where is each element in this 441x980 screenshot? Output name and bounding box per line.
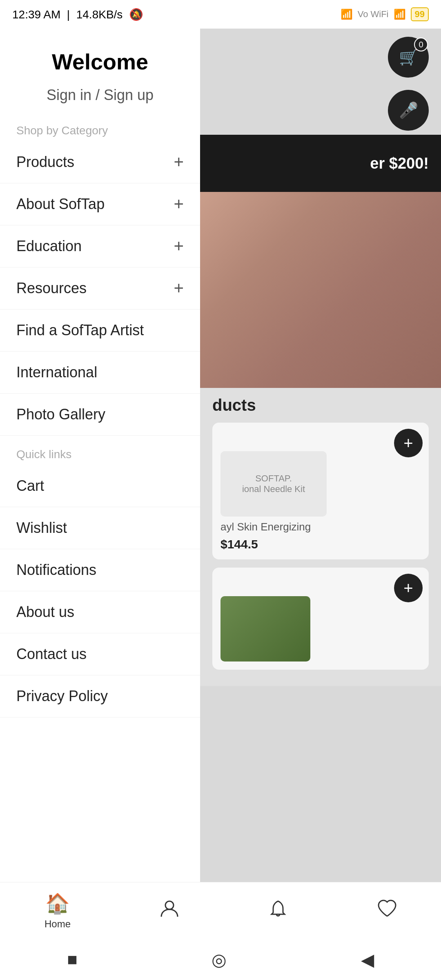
promo-text: er $200! <box>370 155 429 172</box>
product-description-1: ayl Skin Energizing <box>220 521 421 533</box>
heart-icon <box>377 899 396 923</box>
menu-label-resources: Resources <box>16 280 87 297</box>
drawer-title: Welcome <box>16 49 184 74</box>
status-icons: 📶 Vo WiFi 📶 99 <box>341 7 429 21</box>
android-back-button[interactable]: ◀ <box>361 950 374 970</box>
product-hero-image <box>200 192 441 388</box>
products-section: ducts + SOFTAP.ional Needle Kit ayl Skin… <box>200 388 441 686</box>
battery-icon: 99 <box>411 7 429 21</box>
menu-item-wishlist[interactable]: Wishlist <box>0 507 200 549</box>
menu-item-photo-gallery[interactable]: Photo Gallery <box>0 394 200 436</box>
menu-label-cart: Cart <box>16 477 44 494</box>
shop-by-category-label: Shop by Category <box>0 112 200 141</box>
drawer-signin[interactable]: Sign in / Sign up <box>16 87 184 104</box>
menu-item-notifications[interactable]: Notifications <box>0 549 200 591</box>
menu-label-privacy-policy: Privacy Policy <box>16 688 108 704</box>
signal-icon: 📶 <box>341 9 353 20</box>
quick-links-label: Quick links <box>0 436 200 465</box>
product-image-1: SOFTAP.ional Needle Kit <box>220 451 327 517</box>
bottom-navigation: 🏠 Home <box>0 882 441 939</box>
menu-label-international: International <box>16 364 97 381</box>
menu-item-contact-us[interactable]: Contact us <box>0 633 200 675</box>
nav-item-notifications[interactable] <box>268 899 288 923</box>
menu-item-cart[interactable]: Cart <box>0 465 200 507</box>
menu-label-products: Products <box>16 154 74 171</box>
home-icon: 🏠 <box>45 892 70 915</box>
menu-item-products[interactable]: Products + <box>0 141 200 183</box>
menu-label-wishlist: Wishlist <box>16 519 67 536</box>
menu-item-about-us[interactable]: About us <box>0 591 200 633</box>
drawer-header: Welcome Sign in / Sign up <box>0 29 200 112</box>
voice-search-button[interactable]: 🎤 <box>388 90 429 131</box>
menu-item-privacy-policy[interactable]: Privacy Policy <box>0 675 200 717</box>
cart-icon-button[interactable]: 🛒 0 <box>388 37 429 78</box>
nav-item-wishlist[interactable] <box>377 899 396 923</box>
menu-label-photo-gallery: Photo Gallery <box>16 406 105 423</box>
status-bar: 12:39 AM | 14.8KB/s 🔕 📶 Vo WiFi 📶 99 <box>0 0 441 29</box>
cart-badge: 0 <box>414 38 428 51</box>
product-card-1: + SOFTAP.ional Needle Kit ayl Skin Energ… <box>212 423 429 559</box>
svg-point-0 <box>165 901 174 909</box>
menu-item-find-artist[interactable]: Find a SofTap Artist <box>0 310 200 352</box>
status-time: 12:39 AM | 14.8KB/s 🔕 <box>12 8 143 21</box>
product-card-2: + <box>212 568 429 670</box>
promo-banner: er $200! <box>200 135 441 192</box>
product-add-button-1[interactable]: + <box>394 429 423 457</box>
nav-item-account[interactable] <box>160 899 179 923</box>
menu-label-education: Education <box>16 238 82 255</box>
android-recent-button[interactable]: ■ <box>67 950 77 969</box>
product-price-1: $144.5 <box>220 537 421 551</box>
bell-icon <box>268 899 288 923</box>
menu-item-education[interactable]: Education + <box>0 225 200 267</box>
menu-label-about-us: About us <box>16 604 74 620</box>
menu-item-international[interactable]: International <box>0 352 200 394</box>
nav-item-home[interactable]: 🏠 Home <box>45 892 71 930</box>
main-wrapper: Welcome Sign in / Sign up Shop by Catego… <box>0 29 441 980</box>
menu-label-about-softap: About SofTap <box>16 196 105 213</box>
product-image-text-1: SOFTAP.ional Needle Kit <box>242 473 305 494</box>
wifi-icon: 📶 <box>394 9 406 20</box>
plus-icon-education: + <box>174 238 184 255</box>
product-add-button-2[interactable]: + <box>394 574 423 602</box>
menu-label-contact-us: Contact us <box>16 646 87 662</box>
product-image-2 <box>220 596 310 662</box>
plus-icon-products: + <box>174 154 184 171</box>
android-home-button[interactable]: ◎ <box>212 950 227 970</box>
menu-label-notifications: Notifications <box>16 561 96 578</box>
menu-item-resources[interactable]: Resources + <box>0 267 200 310</box>
plus-icon-resources: + <box>174 280 184 297</box>
plus-icon-about: + <box>174 196 184 213</box>
android-navigation: ■ ◎ ◀ <box>0 939 441 980</box>
account-icon <box>160 899 179 923</box>
content-overlay: 🛒 0 🎤 er $200! ducts + SOFTAP.ional Need… <box>200 29 441 980</box>
nav-label-home: Home <box>45 918 71 930</box>
drawer: Welcome Sign in / Sign up Shop by Catego… <box>0 29 200 980</box>
vo-wifi-icon: Vo WiFi <box>358 9 389 20</box>
content-top-icons: 🛒 0 🎤 <box>200 29 441 139</box>
menu-label-find-artist: Find a SofTap Artist <box>16 322 144 339</box>
products-section-title: ducts <box>212 396 429 414</box>
menu-item-about-softap[interactable]: About SofTap + <box>0 183 200 225</box>
